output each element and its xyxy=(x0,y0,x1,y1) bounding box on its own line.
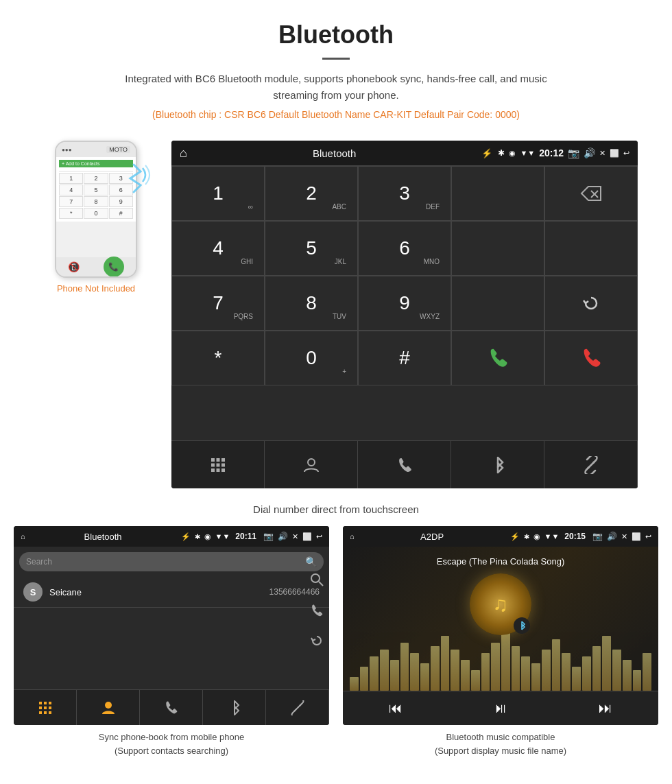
music-block: ⌂ A2DP ⚡ ✱ ◉ ▼▼ 20:15 📷 🔊 ✕ ⬜ ↩ Escape (… xyxy=(343,526,658,760)
pb-home-icon[interactable]: ⌂ xyxy=(21,532,25,541)
location-icon: ◉ xyxy=(509,149,516,158)
music-status-bar: ⌂ A2DP ⚡ ✱ ◉ ▼▼ 20:15 📷 🔊 ✕ ⬜ ↩ xyxy=(343,526,658,547)
key-1[interactable]: 1∞ xyxy=(171,166,265,221)
key-redial[interactable] xyxy=(544,276,638,331)
toolbar-bluetooth[interactable] xyxy=(451,441,544,488)
phonebook-block: ⌂ Bluetooth ⚡ ✱ ◉ ▼▼ 20:11 📷 🔊 ✕ ⬜ ↩ Sea… xyxy=(14,526,329,760)
pb-loc-icon: ◉ xyxy=(204,532,211,541)
key-9[interactable]: 9WXYZ xyxy=(358,276,451,331)
key-3[interactable]: 3DEF xyxy=(358,166,451,221)
key-0[interactable]: 0+ xyxy=(265,331,358,385)
phone-top-bar: ●●●MOTO xyxy=(56,142,136,157)
pb-side-refresh-icon[interactable] xyxy=(310,634,324,650)
visualizer-bar xyxy=(400,643,409,691)
toolbar-phone[interactable] xyxy=(358,441,451,488)
key-2[interactable]: 2ABC xyxy=(265,166,358,221)
visualizer-bar xyxy=(562,653,571,691)
x-icon[interactable]: ✕ xyxy=(599,149,605,158)
key-7[interactable]: 7PQRS xyxy=(171,276,265,331)
music-cam-icon[interactable]: 📷 xyxy=(592,532,603,541)
pb-bt-icon: ✱ xyxy=(195,533,200,541)
key-hash[interactable]: # xyxy=(358,331,451,385)
toolbar-link[interactable] xyxy=(544,441,638,488)
signal-icon: ▼▼ xyxy=(520,149,535,157)
pb-vol-icon[interactable]: 🔊 xyxy=(278,532,288,541)
svg-rect-4 xyxy=(221,458,225,462)
svg-rect-3 xyxy=(216,458,219,462)
key-6[interactable]: 6MNO xyxy=(358,221,451,276)
bluetooth-wave-icon xyxy=(123,161,151,200)
dial-key: 2 xyxy=(84,173,108,184)
visualizer-bar xyxy=(643,653,651,691)
phone-not-included-label: Phone Not Included xyxy=(57,283,135,294)
key-8[interactable]: 8TUV xyxy=(265,276,358,331)
music-prev-button[interactable]: ⏮ xyxy=(382,700,409,716)
svg-line-13 xyxy=(588,462,595,468)
music-loc-icon: ◉ xyxy=(533,532,540,541)
bluetooth-specs: (Bluetooth chip : CSR BC6 Default Blueto… xyxy=(14,109,658,120)
pb-tool-phone[interactable] xyxy=(140,690,203,725)
pb-cam-icon[interactable]: 📷 xyxy=(263,532,274,541)
key-backspace[interactable] xyxy=(544,166,638,221)
pb-sq-icon[interactable]: ⬜ xyxy=(302,532,312,541)
screen-icon[interactable]: ⬜ xyxy=(610,149,619,158)
svg-rect-17 xyxy=(44,702,47,704)
camera-icon[interactable]: 📷 xyxy=(568,147,579,158)
status-right: ✱ ◉ ▼▼ 20:12 📷 🔊 ✕ ⬜ ↩ xyxy=(498,147,629,158)
svg-rect-8 xyxy=(211,468,215,472)
key-5[interactable]: 5JKL xyxy=(265,221,358,276)
dial-section: ●●●MOTO + Add to Contacts 1 2 3 4 5 6 7 … xyxy=(0,141,672,495)
display-area xyxy=(451,166,544,221)
music-time: 20:15 xyxy=(564,532,586,541)
pb-side-icons xyxy=(310,573,324,650)
pb-tool-bluetooth[interactable] xyxy=(203,690,266,725)
key-4[interactable]: 4GHI xyxy=(171,221,265,276)
call-button[interactable] xyxy=(451,331,544,385)
page-header: Bluetooth Integrated with BC6 Bluetooth … xyxy=(0,0,672,141)
pb-tool-dialpad[interactable] xyxy=(14,690,77,725)
music-back-icon[interactable]: ↩ xyxy=(645,532,651,541)
music-controls: ⏮ ⏯ ⏭ xyxy=(343,691,658,725)
music-playpause-button[interactable]: ⏯ xyxy=(487,700,514,716)
music-caption-line1: Bluetooth music compatible xyxy=(343,730,658,744)
dial-key: # xyxy=(109,208,133,219)
music-vol-icon[interactable]: 🔊 xyxy=(607,532,617,541)
home-icon[interactable]: ⌂ xyxy=(180,146,187,161)
pb-x-icon[interactable]: ✕ xyxy=(292,532,298,541)
visualizer-bar xyxy=(390,660,399,691)
pb-toolbar xyxy=(14,689,329,725)
music-next-button[interactable]: ⏭ xyxy=(592,700,619,716)
svg-rect-20 xyxy=(44,706,47,709)
toolbar-contacts[interactable] xyxy=(265,441,358,488)
svg-rect-21 xyxy=(49,706,51,709)
dial-key: 7 xyxy=(59,196,83,207)
volume-icon[interactable]: 🔊 xyxy=(584,147,595,158)
end-call-button[interactable] xyxy=(544,331,638,385)
svg-rect-22 xyxy=(39,711,42,714)
dial-status-bar: ⌂ Bluetooth ⚡ ✱ ◉ ▼▼ 20:12 📷 🔊 ✕ ⬜ ↩ xyxy=(171,141,638,165)
usb-icon: ⚡ xyxy=(481,148,492,158)
visualizer-bar xyxy=(512,646,520,691)
phone-image-area: ●●●MOTO + Add to Contacts 1 2 3 4 5 6 7 … xyxy=(34,141,158,294)
pb-tool-link[interactable] xyxy=(266,690,329,725)
pb-side-search-icon[interactable] xyxy=(310,573,324,590)
music-sq-icon[interactable]: ⬜ xyxy=(632,532,641,541)
music-x-icon[interactable]: ✕ xyxy=(621,532,627,541)
back-icon[interactable]: ↩ xyxy=(623,149,629,158)
dial-key: 1 xyxy=(59,173,83,184)
music-home-icon[interactable]: ⌂ xyxy=(350,532,355,541)
svg-rect-24 xyxy=(49,711,51,714)
dial-toolbar xyxy=(171,440,638,488)
contact-row[interactable]: S Seicane 13566664466 xyxy=(14,577,329,608)
toolbar-dialpad[interactable] xyxy=(171,441,265,488)
key-star[interactable]: * xyxy=(171,331,265,385)
pb-tool-contacts[interactable] xyxy=(77,690,140,725)
pb-search-icon[interactable]: 🔍 xyxy=(305,556,317,567)
pb-back-icon[interactable]: ↩ xyxy=(316,532,322,541)
pb-side-phone-icon[interactable] xyxy=(310,604,324,620)
empty-cell xyxy=(544,221,638,276)
music-bt-badge xyxy=(514,617,530,634)
phone-dial-grid: 1 2 3 4 5 6 7 8 9 * 0 # xyxy=(59,173,133,219)
pb-search-row: Search 🔍 xyxy=(14,547,329,577)
pb-sig-icon: ▼▼ xyxy=(215,532,230,541)
